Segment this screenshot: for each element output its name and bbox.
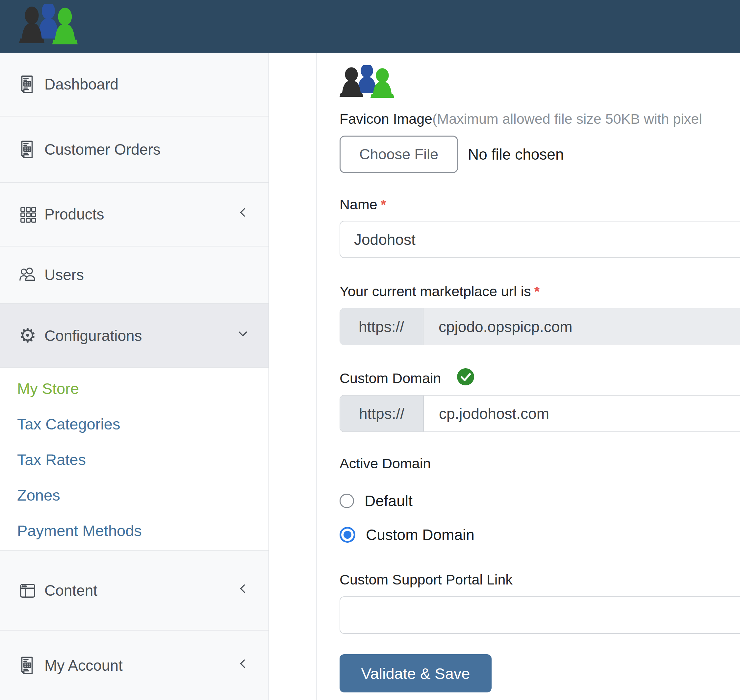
support-portal-label: Custom Support Portal Link — [339, 572, 512, 588]
favicon-hint: (Maximum allowed file size 50KB with pix… — [432, 111, 702, 127]
favicon-image-label: Favicon Image(Maximum allowed file size … — [339, 111, 702, 127]
gear-icon: ⚙ — [19, 326, 40, 346]
custom-domain-input[interactable] — [424, 396, 740, 431]
marketplace-url-value: cpjodo.opspicp.com — [423, 308, 740, 345]
radio-custom-domain-label: Custom Domain — [366, 526, 474, 544]
sidebar-item-label: Products — [44, 205, 104, 223]
sidebar-item-configurations[interactable]: ⚙ Configurations — [0, 303, 269, 367]
sidebar-item-label: Dashboard — [44, 75, 119, 93]
sidebar-item-customer-orders[interactable]: Customer Orders — [0, 116, 269, 182]
choose-file-button[interactable]: Choose File — [339, 135, 458, 173]
custom-domain-label: Custom Domain — [339, 370, 441, 386]
chevron-left-icon — [236, 656, 250, 674]
sidebar-item-label: Configurations — [44, 327, 142, 344]
marketplace-url-label: Your current marketplace url is* — [339, 283, 540, 300]
receipt-icon — [19, 75, 40, 94]
chevron-left-icon — [236, 581, 250, 599]
marketplace-url-group: https:// cpjodo.opspicp.com — [339, 308, 740, 345]
sidebar-item-dashboard[interactable]: Dashboard — [0, 53, 269, 116]
submenu-item-tax-categories[interactable]: Tax Categories — [17, 406, 269, 442]
screen: { "header": { "logo_icon": "three-users-… — [0, 0, 740, 700]
sidebar-item-label: Customer Orders — [44, 141, 160, 158]
support-portal-input[interactable] — [339, 596, 740, 634]
name-input[interactable] — [339, 221, 740, 258]
grid-icon — [19, 205, 40, 223]
no-file-chosen-text: No file chosen — [468, 135, 564, 173]
sidebar: Dashboard Customer Orders Products — [0, 53, 269, 700]
active-domain-label: Active Domain — [339, 456, 431, 472]
sidebar-item-products[interactable]: Products — [0, 182, 269, 246]
favicon-preview-logo-icon — [339, 65, 394, 100]
radio-default-label: Default — [364, 492, 413, 510]
submenu-item-my-store[interactable]: My Store — [17, 371, 269, 406]
content-left-divider — [316, 53, 317, 700]
sidebar-item-content[interactable]: Content — [0, 550, 269, 630]
submenu-item-zones[interactable]: Zones — [17, 477, 269, 513]
radio-default[interactable] — [339, 494, 354, 508]
receipt-icon — [19, 656, 40, 675]
https-prefix: https:// — [340, 308, 423, 345]
validate-save-button[interactable]: Validate & Save — [339, 654, 492, 693]
check-circle-icon — [457, 368, 474, 387]
name-label: Name* — [339, 197, 386, 213]
chevron-left-icon — [236, 205, 250, 224]
sidebar-item-label: Users — [44, 266, 84, 284]
sidebar-item-label: My Account — [44, 657, 123, 674]
custom-domain-group: https:// — [339, 395, 740, 432]
top-header — [0, 0, 740, 53]
radio-row-custom-domain: Custom Domain — [339, 526, 474, 544]
https-prefix: https:// — [340, 396, 424, 431]
configurations-submenu: My Store Tax Categories Tax Rates Zones … — [0, 367, 269, 550]
window-icon — [19, 581, 40, 599]
users-icon — [19, 267, 40, 282]
sidebar-item-label: Content — [44, 581, 97, 599]
submenu-item-tax-rates[interactable]: Tax Rates — [17, 442, 269, 477]
radio-row-default: Default — [339, 493, 413, 509]
sidebar-item-my-account[interactable]: My Account — [0, 630, 269, 700]
chevron-down-icon — [236, 326, 250, 344]
radio-custom-domain[interactable] — [339, 527, 355, 543]
three-users-logo-icon — [19, 4, 78, 47]
submenu-item-payment-methods[interactable]: Payment Methods — [17, 513, 269, 548]
required-asterisk: * — [381, 197, 386, 212]
required-asterisk: * — [534, 283, 540, 299]
sidebar-item-users[interactable]: Users — [0, 246, 269, 303]
receipt-icon — [19, 140, 40, 159]
